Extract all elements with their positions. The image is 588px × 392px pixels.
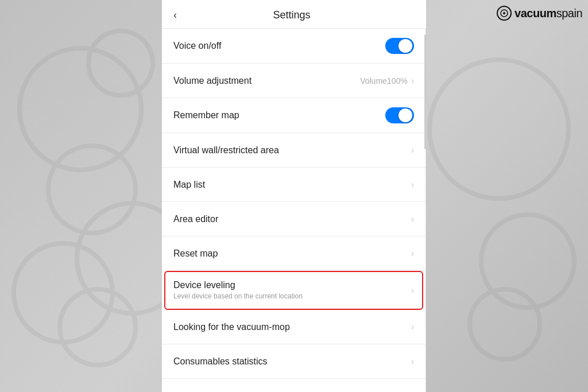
toggle-voice-onoff[interactable] xyxy=(385,38,414,54)
settings-item-looking-for-vacuum[interactable]: Looking for the vacuum-mop › xyxy=(162,310,425,344)
settings-item-virtual-wall[interactable]: Virtual wall/restricted area › xyxy=(162,133,425,168)
settings-sublabel-device-leveling: Level device based on the current locati… xyxy=(173,292,411,300)
settings-label-consumables-statistics: Consumables statistics xyxy=(173,356,411,367)
scroll-indicator xyxy=(424,34,426,149)
chevron-icon: › xyxy=(411,76,414,86)
chevron-icon: › xyxy=(411,180,414,190)
settings-label-device-leveling: Device leveling xyxy=(173,280,411,290)
settings-label-remember-map: Remember map xyxy=(173,110,385,121)
settings-label-map-list: Map list xyxy=(173,180,411,190)
settings-item-remember-map[interactable]: Remember map xyxy=(162,98,425,133)
settings-label-looking-for-vacuum: Looking for the vacuum-mop xyxy=(173,322,411,332)
chevron-icon: › xyxy=(411,285,414,296)
settings-item-area-editor[interactable]: Area editor › xyxy=(162,202,425,236)
back-button[interactable]: ‹ xyxy=(173,9,177,21)
page-title: Settings xyxy=(186,9,397,21)
chevron-icon: › xyxy=(411,249,414,259)
brand-name: vacuumspain xyxy=(514,7,582,20)
chevron-icon: › xyxy=(411,145,414,156)
brand-icon xyxy=(497,6,512,21)
settings-panel: ‹ Settings Voice on/off Volume adjustmen… xyxy=(162,0,426,392)
settings-item-voice-onoff[interactable]: Voice on/off xyxy=(162,29,425,64)
settings-item-consumables-statistics[interactable]: Consumables statistics › xyxy=(162,344,425,379)
chevron-icon: › xyxy=(411,322,414,332)
settings-label-volume-adjustment: Volume adjustment xyxy=(173,76,360,86)
chevron-icon: › xyxy=(411,214,414,224)
settings-label-virtual-wall: Virtual wall/restricted area xyxy=(173,145,411,156)
toggle-remember-map[interactable] xyxy=(385,107,414,123)
settings-list: Voice on/off Volume adjustment Volume100… xyxy=(162,29,426,392)
toggle-knob xyxy=(399,108,412,122)
header: ‹ Settings xyxy=(162,0,426,29)
volume-value: Volume100% xyxy=(360,76,408,86)
settings-item-volume-adjustment[interactable]: Volume adjustment Volume100% › xyxy=(162,64,425,98)
settings-label-reset-map: Reset map xyxy=(173,249,411,259)
settings-item-map-list[interactable]: Map list › xyxy=(162,168,425,202)
settings-item-device-leveling[interactable]: Device leveling Level device based on th… xyxy=(165,272,422,309)
chevron-icon: › xyxy=(411,356,414,367)
settings-label-voice-onoff: Voice on/off xyxy=(173,41,385,51)
settings-item-remote-control[interactable]: Remote control › xyxy=(162,379,425,392)
svg-point-1 xyxy=(503,12,505,14)
toggle-knob xyxy=(399,39,412,53)
settings-item-reset-map[interactable]: Reset map › xyxy=(162,236,425,271)
brand-watermark: vacuumspain xyxy=(497,6,582,21)
settings-label-area-editor: Area editor xyxy=(173,214,411,224)
